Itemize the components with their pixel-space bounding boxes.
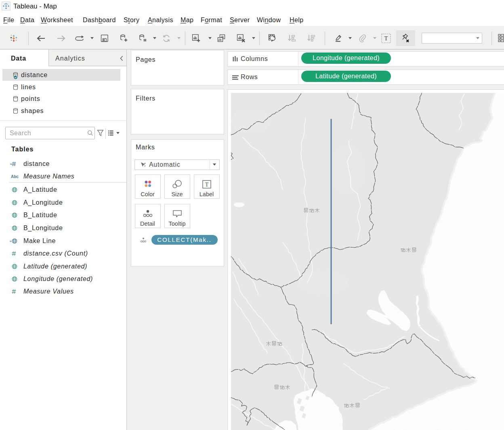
svg-text:=: = [10,162,12,166]
svg-text:T: T [384,35,388,42]
svg-text:T: T [205,182,208,188]
svg-text:=: = [10,239,12,243]
